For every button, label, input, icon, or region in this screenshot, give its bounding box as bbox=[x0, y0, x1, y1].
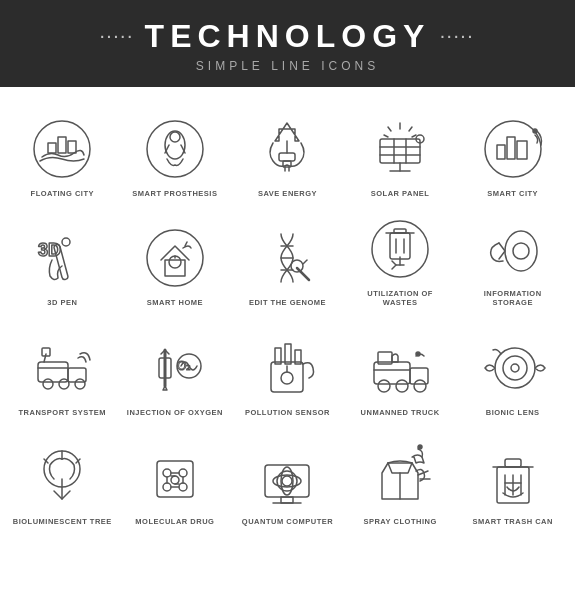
svg-rect-1 bbox=[48, 143, 56, 153]
svg-point-66 bbox=[414, 380, 426, 392]
icon-transport-system: TRANSPORT SYSTEM bbox=[8, 316, 117, 422]
svg-point-70 bbox=[503, 356, 527, 380]
icon-pollution-sensor: POLLUTION SENSOR bbox=[233, 316, 342, 422]
svg-point-48 bbox=[43, 379, 53, 389]
svg-rect-88 bbox=[281, 497, 293, 503]
icon-edit-genome: EDIT THE GENOME bbox=[233, 207, 342, 313]
svg-point-71 bbox=[511, 364, 519, 372]
svg-point-76 bbox=[163, 469, 171, 477]
svg-rect-40 bbox=[390, 233, 410, 259]
icon-smart-city: SMART CITY bbox=[458, 97, 567, 203]
header: ····· TECHNOLOGY ····· SIMPLE LINE ICONS bbox=[0, 0, 575, 87]
svg-point-37 bbox=[291, 260, 303, 272]
svg-point-94 bbox=[418, 445, 422, 449]
icon-smart-home: SMART HOME bbox=[121, 207, 230, 313]
dots-right: ····· bbox=[440, 29, 474, 45]
svg-point-64 bbox=[378, 380, 390, 392]
svg-rect-96 bbox=[505, 459, 521, 467]
svg-point-0 bbox=[34, 121, 90, 177]
svg-rect-87 bbox=[265, 465, 309, 497]
svg-point-78 bbox=[163, 483, 171, 491]
svg-point-5 bbox=[165, 131, 185, 159]
icon-floating-city: FLOATING CITY bbox=[8, 97, 117, 203]
icon-save-energy: SAVE ENERGY bbox=[233, 97, 342, 203]
svg-rect-14 bbox=[380, 139, 420, 163]
svg-point-6 bbox=[170, 132, 180, 142]
icon-3d-pen: 3D 3D PEN bbox=[8, 207, 117, 313]
svg-point-45 bbox=[513, 243, 529, 259]
svg-point-44 bbox=[505, 231, 537, 271]
svg-rect-58 bbox=[285, 344, 291, 364]
svg-rect-25 bbox=[517, 141, 527, 159]
svg-point-50 bbox=[75, 379, 85, 389]
svg-point-22 bbox=[485, 121, 541, 177]
icon-smart-prosthesis: SMART PROSTHESIS bbox=[121, 97, 230, 203]
svg-line-33 bbox=[185, 242, 187, 246]
svg-line-38 bbox=[303, 260, 307, 264]
svg-point-4 bbox=[147, 121, 203, 177]
svg-line-51 bbox=[44, 354, 46, 362]
svg-point-80 bbox=[171, 476, 179, 484]
icons-grid: FLOATING CITY SMART PROSTHESIS bbox=[0, 87, 575, 539]
svg-rect-2 bbox=[58, 137, 66, 153]
icon-smart-trash-can: SMART TRASH CAN bbox=[458, 426, 567, 532]
svg-rect-24 bbox=[507, 137, 515, 159]
svg-rect-3 bbox=[68, 141, 76, 153]
svg-rect-9 bbox=[279, 153, 295, 161]
svg-point-79 bbox=[179, 483, 187, 491]
icon-information-storage: INFORMATION STORAGE bbox=[458, 207, 567, 313]
icon-spray-clothing: SPRAY CLOTHING bbox=[346, 426, 455, 532]
svg-point-90 bbox=[277, 471, 297, 491]
icon-molecular-drug: MOLECULAR DRUG bbox=[121, 426, 230, 532]
svg-text:3D: 3D bbox=[38, 240, 61, 260]
svg-rect-75 bbox=[157, 461, 193, 497]
svg-rect-41 bbox=[394, 229, 406, 233]
svg-point-77 bbox=[179, 469, 187, 477]
icon-utilization-wastes: UTILIZATION OF WASTES bbox=[346, 207, 455, 313]
svg-rect-63 bbox=[410, 368, 428, 384]
page-title: ····· TECHNOLOGY ····· bbox=[0, 18, 575, 55]
svg-point-26 bbox=[533, 129, 537, 133]
svg-point-91 bbox=[282, 476, 292, 486]
icon-injection-oxygen: O₂ INJECTION OF OXYGEN bbox=[121, 316, 230, 422]
icon-bionic-lens: BIONIC LENS bbox=[458, 316, 567, 422]
svg-rect-23 bbox=[497, 145, 505, 159]
icon-quantum-computer: QUANTUM COMPUTER bbox=[233, 426, 342, 532]
dots-left: ····· bbox=[100, 29, 134, 45]
svg-point-29 bbox=[62, 238, 70, 246]
svg-point-65 bbox=[396, 380, 408, 392]
icon-unmanned-truck: UNMANNED TRUCK bbox=[346, 316, 455, 422]
page-subtitle: SIMPLE LINE ICONS bbox=[0, 59, 575, 73]
icon-bioluminescent-tree: BIOLUMINESCENT TREE bbox=[8, 426, 117, 532]
svg-point-60 bbox=[281, 372, 293, 384]
svg-point-49 bbox=[59, 379, 69, 389]
icon-solar-panel: SOLAR PANEL bbox=[346, 97, 455, 203]
svg-point-68 bbox=[416, 352, 420, 356]
